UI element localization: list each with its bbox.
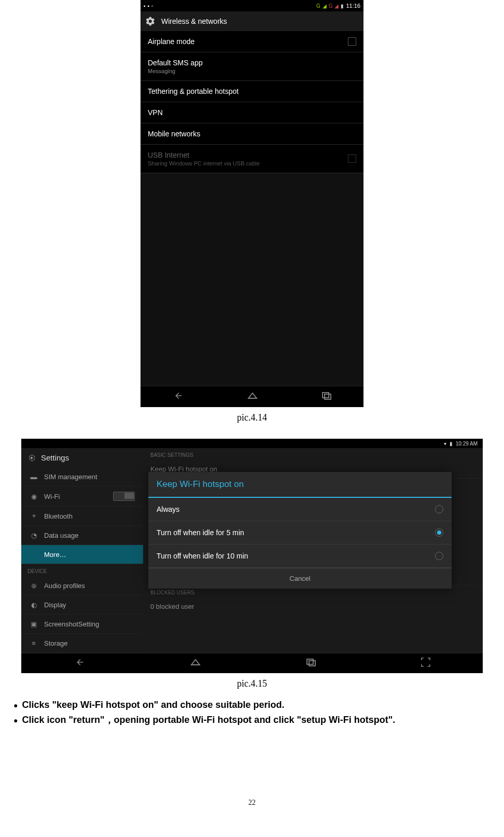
- storage-icon: ≡: [30, 639, 38, 647]
- clock: 10:29 AM: [456, 441, 478, 447]
- sim-icon: ▬: [30, 472, 38, 481]
- row-label: Tethering & portable hotspot: [148, 87, 239, 95]
- screenshot-wireless-networks: ▪ ▪ ▫ G ◢ G ◢ ▮ 11:16 Wireless & network…: [141, 0, 363, 407]
- row-airplane-mode[interactable]: Airplane mode: [141, 31, 363, 52]
- dialog-option-idle10[interactable]: Turn off when idle for 10 min: [148, 545, 452, 568]
- radio-icon[interactable]: [435, 552, 443, 560]
- sidebar-item-label: SIM management: [44, 473, 97, 481]
- wifi-icon: ◉: [30, 492, 38, 500]
- sidebar-item-label: Bluetooth: [44, 512, 73, 520]
- audio-icon: ⊕: [30, 581, 38, 590]
- row-sublabel: Messaging: [148, 68, 356, 74]
- row-label: Default SMS app: [148, 59, 356, 67]
- data-usage-icon: ◔: [30, 531, 38, 539]
- sidebar-item-label: ScreenshotSetting: [44, 620, 99, 628]
- settings-sidebar: Settings ▬SIM management ◉Wi-Fi ⌖Bluetoo…: [21, 448, 143, 653]
- settings-gear-icon: [145, 16, 156, 27]
- recent-apps-icon[interactable]: [306, 658, 316, 669]
- screenshot-nav-icon[interactable]: [421, 657, 431, 670]
- checkbox-icon[interactable]: [348, 37, 356, 46]
- option-label: Always: [157, 505, 179, 513]
- radio-icon[interactable]: [435, 505, 443, 513]
- checkbox-icon: [348, 155, 356, 163]
- sidebar-item-label: Wi-Fi: [44, 493, 60, 500]
- back-icon[interactable]: [74, 657, 85, 671]
- sidebar-item-wifi[interactable]: ◉Wi-Fi: [21, 486, 143, 507]
- caption: pic.4.15: [10, 678, 494, 689]
- nav-bar: [21, 653, 483, 673]
- home-icon[interactable]: [189, 658, 202, 669]
- back-icon[interactable]: [172, 390, 184, 404]
- display-icon: ◐: [30, 601, 38, 609]
- notification-icon: ▫: [151, 3, 153, 9]
- screenshot-icon: ▣: [30, 620, 38, 628]
- row-sublabel: Sharing Windows PC internet via USB cabl…: [148, 160, 260, 166]
- wifi-icon: ▾: [444, 441, 446, 447]
- dialog-keep-hotspot: Keep Wi-Fi hotspot on Always Turn off wh…: [148, 472, 452, 589]
- sidebar-item-bluetooth[interactable]: ⌖Bluetooth: [21, 507, 143, 526]
- row-vpn[interactable]: VPN: [141, 102, 363, 123]
- recent-apps-icon[interactable]: [321, 392, 332, 402]
- option-label: Turn off when idle for 10 min: [157, 552, 248, 560]
- empty-area: [141, 173, 363, 386]
- sidebar-item-data-usage[interactable]: ◔Data usage: [21, 526, 143, 545]
- svg-rect-0: [323, 393, 329, 398]
- svg-rect-1: [325, 394, 331, 399]
- status-bar: ▾ ▮ 10:29 AM: [21, 439, 483, 448]
- svg-point-2: [31, 457, 33, 459]
- signal-icon: ◢: [323, 3, 327, 9]
- row-usb-internet: USB Internet Sharing Windows PC internet…: [141, 145, 363, 173]
- sidebar-item-label: Storage: [44, 639, 68, 647]
- sidebar-item-label: Data usage: [44, 532, 79, 539]
- battery-icon: ▮: [341, 3, 344, 9]
- page-number: 22: [10, 799, 494, 807]
- bullet-2: Click icon "return"，opening portable Wi-…: [10, 714, 494, 726]
- toggle-switch[interactable]: [113, 492, 135, 501]
- clock: 11:16: [346, 3, 360, 9]
- sidebar-item-screenshot[interactable]: ▣ScreenshotSetting: [21, 615, 143, 634]
- screenshot-settings-dialog: ▾ ▮ 10:29 AM Settings ▬SIM management ◉W…: [21, 439, 483, 673]
- sidebar-item-more[interactable]: More…: [21, 545, 143, 564]
- dialog-option-idle5[interactable]: Turn off when idle for 5 min: [148, 521, 452, 545]
- svg-rect-4: [309, 661, 315, 666]
- signal-icon: ◢: [334, 3, 339, 9]
- dialog-option-always[interactable]: Always: [148, 498, 452, 521]
- notification-icon: ▪: [148, 3, 150, 9]
- signal-g-icon: G: [329, 3, 333, 9]
- svg-rect-3: [307, 659, 313, 664]
- bluetooth-icon: ⌖: [30, 512, 38, 520]
- sidebar-item-label: Audio profiles: [44, 582, 85, 590]
- row-tethering[interactable]: Tethering & portable hotspot: [141, 81, 363, 102]
- row-default-sms[interactable]: Default SMS app Messaging: [141, 52, 363, 81]
- sidebar-title: Settings: [21, 448, 143, 467]
- sidebar-item-display[interactable]: ◐Display: [21, 595, 143, 615]
- sidebar-item-label: More…: [44, 551, 66, 559]
- row-label: USB Internet: [148, 151, 260, 159]
- setting-blocked-users: 0 blocked user: [143, 597, 483, 616]
- row-label: Mobile networks: [148, 130, 200, 138]
- notification-icon: ▪: [144, 3, 146, 9]
- row-mobile-networks[interactable]: Mobile networks: [141, 123, 363, 145]
- sidebar-item-storage[interactable]: ≡Storage: [21, 634, 143, 653]
- signal-g-icon: G: [316, 3, 320, 9]
- dialog-title: Keep Wi-Fi hotspot on: [148, 472, 452, 498]
- bullet-1: Clicks "keep Wi-Fi hotspot on" and choos…: [10, 700, 494, 710]
- title-bar: Wireless & networks: [141, 11, 363, 31]
- row-label: Airplane mode: [148, 37, 194, 46]
- home-icon[interactable]: [246, 391, 259, 403]
- radio-icon[interactable]: [435, 528, 443, 537]
- screen-title: Wireless & networks: [161, 17, 227, 25]
- sidebar-title-text: Settings: [41, 453, 69, 462]
- status-bar: ▪ ▪ ▫ G ◢ G ◢ ▮ 11:16: [141, 0, 363, 11]
- section-device-label: DEVICE: [21, 564, 143, 576]
- sidebar-item-audio[interactable]: ⊕Audio profiles: [21, 576, 143, 595]
- blank-icon: [30, 550, 38, 559]
- dialog-cancel-button[interactable]: Cancel: [148, 568, 452, 589]
- battery-icon: ▮: [450, 441, 453, 447]
- option-label: Turn off when idle for 5 min: [157, 528, 244, 537]
- settings-gear-icon: [27, 454, 36, 462]
- basic-settings-label: BASIC SETTINGS: [143, 448, 483, 460]
- caption: pic.4.14: [10, 412, 494, 423]
- row-label: VPN: [148, 108, 163, 117]
- sidebar-item-sim[interactable]: ▬SIM management: [21, 467, 143, 486]
